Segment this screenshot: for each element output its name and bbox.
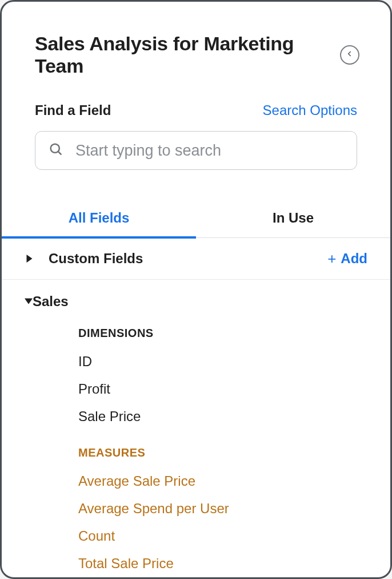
group-label-sales: Sales: [33, 294, 367, 310]
group-custom-fields[interactable]: Custom Fields + Add: [2, 238, 390, 280]
tabs: All Fields In Use: [2, 202, 390, 238]
collapse-button[interactable]: [340, 45, 359, 65]
field-measure-average-sale-price[interactable]: Average Sale Price: [78, 467, 367, 495]
field-measure-average-spend-per-user[interactable]: Average Spend per User: [78, 495, 367, 522]
svg-marker-3: [25, 299, 33, 304]
field-dimension-sale-price[interactable]: Sale Price: [78, 403, 367, 430]
add-custom-field-button[interactable]: + Add: [327, 251, 367, 267]
find-field-label: Find a Field: [35, 102, 111, 118]
search-icon: [48, 141, 64, 160]
field-measure-total-sale-price[interactable]: Total Sale Price: [78, 550, 367, 577]
svg-point-0: [51, 144, 59, 153]
chevron-down-icon: [25, 296, 33, 307]
svg-marker-2: [26, 255, 32, 263]
search-box[interactable]: [35, 131, 357, 170]
field-measure-count[interactable]: Count: [78, 522, 367, 550]
field-dimension-id[interactable]: ID: [78, 348, 367, 375]
plus-icon: +: [327, 251, 336, 266]
chevron-right-icon: [25, 255, 34, 263]
panel-header: Sales Analysis for Marketing Team: [2, 2, 390, 77]
panel-title: Sales Analysis for Marketing Team: [35, 33, 340, 77]
tab-in-use[interactable]: In Use: [196, 202, 390, 237]
dimensions-heading: DIMENSIONS: [78, 327, 367, 340]
measures-block: MEASURES Average Sale Price Average Spen…: [2, 430, 390, 577]
svg-line-1: [58, 152, 62, 155]
group-label-custom-fields: Custom Fields: [49, 251, 327, 267]
group-sales[interactable]: Sales: [2, 280, 390, 315]
measures-heading: MEASURES: [78, 446, 367, 459]
tab-all-fields[interactable]: All Fields: [2, 202, 196, 239]
field-dimension-profit[interactable]: Profit: [78, 375, 367, 403]
chevron-left-icon: [346, 50, 354, 60]
add-label: Add: [341, 251, 367, 267]
find-field-row: Find a Field Search Options: [2, 77, 390, 118]
field-picker-panel: Sales Analysis for Marketing Team Find a…: [0, 0, 392, 579]
search-container: [2, 118, 390, 170]
search-input[interactable]: [75, 142, 344, 160]
search-options-link[interactable]: Search Options: [263, 102, 357, 118]
dimensions-block: DIMENSIONS ID Profit Sale Price: [2, 315, 390, 430]
